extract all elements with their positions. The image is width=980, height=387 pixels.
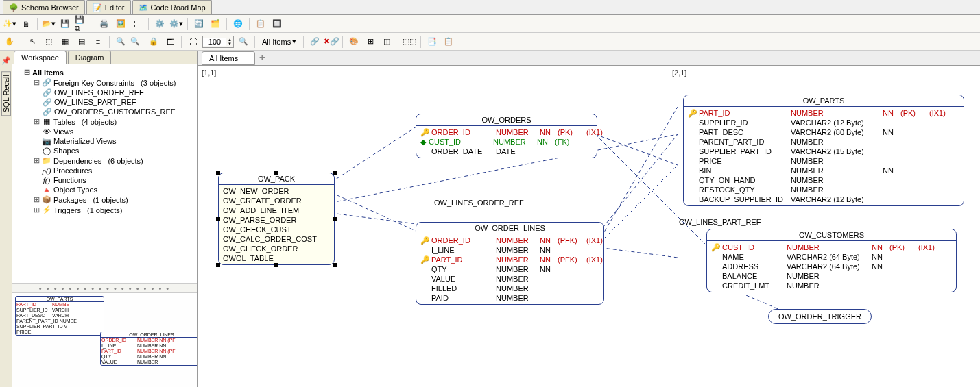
layout-button[interactable]: 🗂️	[208, 17, 222, 31]
expand-icon[interactable]: ⊞	[33, 117, 40, 126]
entity-ow-order-lines[interactable]: OW_ORDER_LINES 🔑ORDER_IDNUMBERNN(PFK)(IX…	[416, 222, 604, 305]
pin-icon[interactable]: 📌	[0, 53, 13, 67]
doc-tool-2[interactable]: 📋	[442, 35, 455, 49]
tree-fk-item[interactable]: 🔗OW_LINES_PART_REF	[43, 97, 195, 107]
tree-pkgs[interactable]: ⊞📦Packages (1 objects)	[33, 195, 195, 205]
entity-ow-customers[interactable]: OW_CUSTOMERS 🔑CUST_IDNUMBERNN(PK)(IX1) N…	[706, 229, 957, 292]
zoom-apply[interactable]: 🔍	[237, 35, 250, 49]
fk-icon: 🔗	[43, 108, 52, 116]
fk-icon: 🔗	[43, 98, 52, 106]
sql-recall-tab[interactable]: SQL Recall	[1, 71, 11, 116]
tab-diagram[interactable]: Diagram	[68, 51, 112, 64]
fk-label-1: OW_LINES_ORDER_REF	[434, 199, 524, 207]
tree-procs[interactable]: p()Procedures	[33, 166, 195, 175]
mview-icon: 📷	[42, 137, 51, 145]
window-tool[interactable]: 🗔	[163, 35, 177, 49]
entity-ow-parts[interactable]: OW_PARTS 🔑PART_IDNUMBERNN(PK)(IX1) SUPPL…	[683, 95, 964, 206]
object-tree[interactable]: ⊟All Items ⊟🔗Foreign Key Constraints (3 …	[12, 64, 197, 284]
grid-tool[interactable]: ▤	[75, 35, 88, 49]
collapse-icon[interactable]: ⊟	[33, 78, 40, 87]
help-button[interactable]: 🌐	[231, 17, 245, 31]
tab-code-road-map[interactable]: 🗺️ Code Road Map	[132, 0, 212, 14]
new-button[interactable]: 🗎	[19, 17, 33, 31]
left-pane: Workspace Diagram ⊟All Items ⊟🔗Foreign K…	[12, 51, 198, 387]
hand-tool[interactable]: ✋	[3, 35, 16, 49]
copy-image-button[interactable]: 🖼️	[114, 17, 128, 31]
relation-tool[interactable]: 🔗	[308, 35, 322, 49]
select-tool[interactable]: ⬚	[42, 35, 56, 49]
table-tool[interactable]: ▦	[58, 35, 72, 49]
fit-window-tool[interactable]: ⛶	[186, 35, 200, 49]
zoom-out-tool[interactable]: 🔍⁻	[130, 35, 144, 49]
filter-dropdown[interactable]: All Items ▾	[259, 37, 299, 46]
mm-parts[interactable]: OW_PARTS PART_IDNUMBE SUPPLIER_IDVARCH P…	[15, 296, 104, 336]
edit-icon: 📝	[93, 3, 102, 12]
proc-icon: p()	[42, 166, 51, 175]
zoom-input[interactable]	[203, 38, 226, 46]
add-tab-button[interactable]: ✚	[255, 51, 270, 64]
tree-deps[interactable]: ⊞📁Dependencies (6 objects)	[33, 155, 195, 166]
zoom-tool[interactable]: 🔍	[114, 35, 128, 49]
toolbar-2: ✋ ↖ ⬚ ▦ ▤ ≡ 🔍 🔍⁻ 🔒 🗔 ⛶ ▲▼ 🔍 All Items ▾ …	[0, 33, 980, 51]
options-dropdown[interactable]: ⚙️▾	[169, 17, 183, 31]
color-tool[interactable]: 🎨	[347, 35, 361, 49]
splitter[interactable]: • • • • • • • • • • • • • • • • • •	[12, 284, 197, 293]
zoom-down[interactable]: ▼	[226, 42, 233, 46]
print-button[interactable]: 🖨️	[97, 17, 111, 31]
cut-link-tool[interactable]: ✖🔗	[324, 35, 338, 49]
pk-icon: 🔑	[420, 255, 429, 264]
doc-tool[interactable]: 📑	[425, 35, 439, 49]
minimap[interactable]: OW_PARTS PART_IDNUMBE SUPPLIER_IDVARCH P…	[12, 293, 197, 387]
canvas-tab-all-items[interactable]: All Items	[202, 51, 255, 65]
entity-body: 🔑ORDER_IDNUMBERNN(PK)(IX1) ◆CUST_IDNUMBE…	[416, 126, 597, 158]
tab-schema-browser[interactable]: 🌳 Schema Browser	[3, 0, 85, 14]
collapse-icon[interactable]: ⊟	[23, 68, 30, 77]
tab-editor[interactable]: 📝 Editor	[86, 0, 131, 14]
tree-fk-item[interactable]: 🔗OW_LINES_ORDER_REF	[43, 88, 195, 97]
save-all-button[interactable]: 💾⧉	[75, 17, 88, 31]
fk-icon: 🔗	[43, 88, 52, 97]
entity-title: OW_ORDERS	[416, 114, 597, 126]
lock-tool[interactable]: 🔒	[147, 35, 160, 49]
entity-ow-pack[interactable]: OW_PACK OW_NEW_ORDER OW_CREATE_ORDER OW_…	[218, 173, 335, 265]
tree-tables[interactable]: ⊞▦Tables (4 objects)	[33, 116, 195, 127]
tree-trigs[interactable]: ⊞⚡Triggers (1 objects)	[33, 205, 195, 215]
entity-ow-orders[interactable]: OW_ORDERS 🔑ORDER_IDNUMBERNN(PK)(IX1) ◆CU…	[416, 114, 597, 158]
tab-workspace[interactable]: Workspace	[14, 51, 67, 64]
expand-icon[interactable]: ⊞	[33, 156, 40, 165]
save-button[interactable]: 💾	[58, 17, 72, 31]
expand-icon[interactable]: ⊞	[33, 205, 40, 214]
tree-views[interactable]: 👁Views	[33, 127, 195, 136]
entity-trigger[interactable]: OW_ORDER_TRIGGER	[768, 309, 872, 324]
options-button[interactable]: ⚙️	[153, 17, 167, 31]
tree-funcs[interactable]: f()Functions	[33, 175, 195, 185]
map-icon: 🗺️	[139, 3, 148, 12]
layout-tool[interactable]: ⬚⬚	[403, 35, 416, 49]
pk-icon: 🔑	[711, 242, 719, 252]
tree-shapes[interactable]: ◯Shapes	[33, 146, 195, 155]
svg-line-1	[331, 192, 417, 232]
expand-icon[interactable]: ⊞	[33, 195, 40, 204]
filter-icon-button[interactable]: 🔲	[270, 17, 284, 31]
tree-otypes[interactable]: 🔺Object Types	[33, 185, 195, 195]
svg-line-8	[595, 165, 678, 247]
mm-lines[interactable]: OW_ORDER_LINES ORDER_IDNUMBER NN (PF I_L…	[100, 332, 197, 366]
open-button[interactable]: 📂▾	[42, 17, 56, 31]
tree-fk[interactable]: ⊟🔗Foreign Key Constraints (3 objects)	[33, 77, 195, 88]
snap-tool[interactable]: ◫	[380, 35, 394, 49]
view-icon: 👁	[42, 127, 51, 136]
refresh-button[interactable]: 🔄	[192, 17, 206, 31]
tree-root[interactable]: ⊟All Items	[23, 67, 195, 77]
coord-1: [1,1]	[202, 68, 216, 77]
diagram-canvas[interactable]: [1,1] [2,1] OW_PACK OW_NEW_ORDER OW_C	[198, 66, 980, 387]
list-tool[interactable]: ≡	[91, 35, 105, 49]
tree-mviews[interactable]: 📷Materialized Views	[33, 136, 195, 146]
zoom-stepper[interactable]: ▲▼	[202, 36, 234, 48]
export-button[interactable]: 📋	[254, 17, 267, 31]
wizard-button[interactable]: ✨▾	[3, 17, 16, 31]
tab-label: Schema Browser	[21, 3, 79, 12]
tree-fk-item[interactable]: 🔗OW_ORDERS_CUSTOMERS_REF	[43, 107, 195, 116]
fit-button[interactable]: ⛶	[130, 17, 144, 31]
pointer-tool[interactable]: ↖	[25, 35, 39, 49]
grid-toggle[interactable]: ⊞	[363, 35, 377, 49]
